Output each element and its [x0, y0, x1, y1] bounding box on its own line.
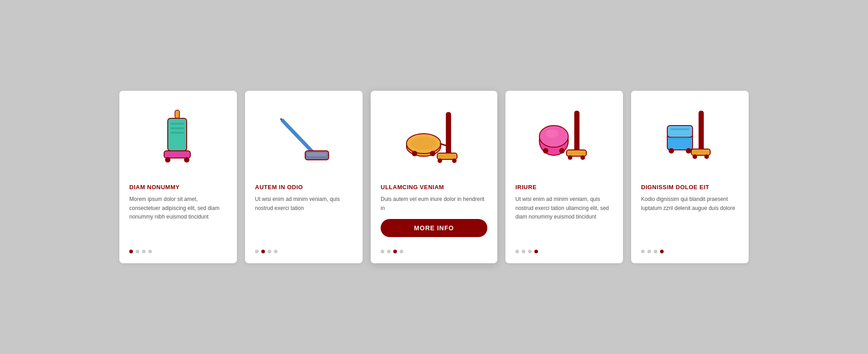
dot [647, 250, 651, 253]
card-2-text: Ut wisi enim ad minim veniam, quis nostr… [255, 195, 353, 243]
dot [515, 250, 519, 253]
card-4-title: IRIURE [515, 184, 537, 191]
svg-rect-5 [164, 151, 190, 158]
svg-rect-4 [170, 132, 184, 134]
svg-point-18 [411, 137, 436, 150]
dot [534, 250, 538, 253]
card-3-text: Duis autem vel eum iriure dolor in hendr… [381, 195, 487, 212]
svg-point-29 [543, 148, 548, 154]
dot [393, 250, 397, 253]
card-1-text: Morem ipsum dolor sit amet, consectetuer… [129, 195, 227, 243]
svg-point-20 [412, 151, 417, 156]
svg-rect-11 [307, 153, 327, 156]
card-5-text: Kodio dignissim qui blandit praesent lup… [641, 195, 739, 243]
dot [528, 250, 532, 253]
dot [255, 250, 259, 253]
card-2-title: AUTEM IN ODIO [255, 184, 303, 191]
svg-rect-31 [699, 111, 703, 151]
svg-point-39 [669, 148, 674, 154]
dot [268, 250, 271, 253]
svg-rect-37 [670, 128, 689, 130]
card-1-title: DIAM NONUMMY [129, 184, 179, 191]
card-1-dots [129, 250, 152, 253]
svg-rect-3 [170, 127, 184, 129]
svg-point-25 [580, 155, 585, 160]
svg-point-40 [686, 148, 691, 154]
dot [387, 250, 391, 253]
card-5-dots [641, 250, 664, 253]
dot [654, 250, 657, 253]
svg-point-15 [452, 158, 457, 163]
svg-rect-38 [670, 137, 689, 139]
svg-point-14 [438, 158, 442, 163]
card-5-icon [641, 103, 739, 176]
dot [522, 250, 525, 253]
dot [400, 250, 403, 253]
card-4-dots [515, 250, 538, 253]
svg-rect-22 [575, 111, 579, 152]
card-5-title: DIGNISSIM DOLOE EIT [641, 184, 709, 191]
card-2-dots [255, 250, 278, 253]
dot [641, 250, 645, 253]
svg-point-24 [568, 155, 572, 160]
cards-container: DIAM NONUMMY Morem ipsum dolor sit amet,… [92, 73, 776, 281]
dot [148, 250, 152, 253]
svg-point-34 [704, 154, 709, 159]
svg-point-30 [559, 148, 565, 154]
svg-rect-0 [175, 110, 179, 118]
card-2: AUTEM IN ODIO Ut wisi enim ad minim veni… [245, 91, 363, 263]
card-3-dots [381, 250, 403, 253]
svg-point-21 [430, 151, 435, 156]
dot [129, 250, 133, 253]
card-2-icon [255, 103, 353, 176]
svg-point-33 [693, 154, 697, 159]
svg-line-9 [283, 121, 311, 151]
svg-point-7 [184, 157, 189, 163]
dot [381, 250, 384, 253]
card-4: IRIURE Ut wisi enim ad minim veniam, qui… [505, 91, 623, 263]
dot [136, 250, 139, 253]
svg-rect-13 [437, 153, 457, 159]
card-4-text: Ut wisi enim ad minim veniam, quis nostr… [515, 195, 613, 243]
dot [261, 250, 265, 253]
card-4-icon [515, 103, 613, 176]
card-1: DIAM NONUMMY Morem ipsum dolor sit amet,… [119, 91, 237, 263]
svg-rect-2 [170, 123, 184, 125]
card-1-icon [129, 103, 227, 176]
dot [660, 250, 664, 253]
svg-rect-36 [667, 126, 693, 137]
svg-point-28 [546, 129, 558, 138]
svg-rect-32 [691, 149, 710, 155]
card-3: ULLAMCING VENIAM Duis autem vel eum iriu… [371, 91, 497, 263]
svg-rect-23 [566, 150, 586, 156]
svg-point-6 [165, 157, 170, 163]
card-3-icon [381, 103, 487, 176]
svg-rect-12 [446, 112, 451, 155]
card-3-title: ULLAMCING VENIAM [381, 184, 444, 191]
more-info-button[interactable]: MORE INFO [381, 219, 487, 237]
dot [274, 250, 278, 253]
dot [142, 250, 146, 253]
card-5: DIGNISSIM DOLOE EIT Kodio dignissim qui … [631, 91, 749, 263]
